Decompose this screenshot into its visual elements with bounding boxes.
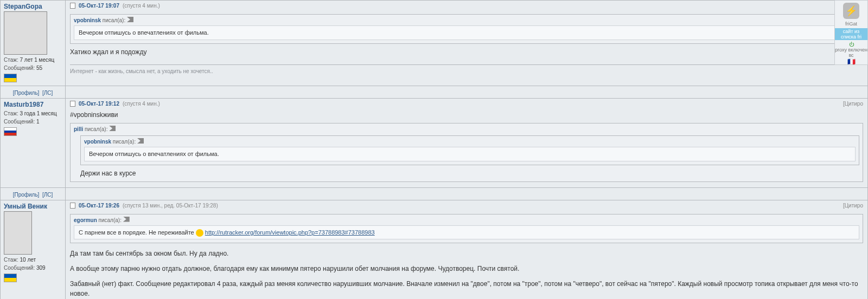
goto-icon[interactable] [109, 126, 116, 131]
avatar[interactable] [4, 11, 47, 55]
username-link[interactable]: StepanGopa [4, 3, 62, 10]
quote-button[interactable]: [Цитиро [843, 101, 863, 107]
quote-block: vpobninsk писал(а): Вечером отпишусь о в… [70, 14, 863, 44]
external-link[interactable]: http://rutracker.org/forum/viewtopic.php… [205, 229, 375, 236]
quote-block: pilli писал(а): vpobninsk писал(а): Вече… [70, 123, 863, 182]
post-icon [70, 203, 75, 209]
frigate-name: friGat [835, 21, 867, 27]
profile-link[interactable]: [Профиль] [13, 90, 40, 96]
frigate-button[interactable]: сайт из списка fri [835, 28, 867, 40]
post-date-link[interactable]: 05-Окт-17 19:12 [79, 101, 119, 107]
username-link[interactable]: Masturb1987 [4, 101, 62, 108]
quote-author[interactable]: vpobninsk [74, 17, 101, 23]
quote-block: egormun писал(а): С парнем все в порядке… [70, 214, 863, 244]
post-body: egormun писал(а): С парнем все в порядке… [70, 211, 863, 300]
profile-link[interactable]: [Профиль] [13, 192, 40, 198]
smile-icon [196, 229, 203, 237]
pm-link[interactable]: [ЛС] [42, 90, 53, 96]
quote-author[interactable]: egormun [74, 217, 97, 223]
power-icon[interactable]: ⏻ [835, 42, 867, 47]
flag-icon: 🇫🇷 [835, 58, 867, 66]
quote-author[interactable]: vpobninsk [84, 139, 111, 145]
signature: Интернет - как жизнь, смысла нет, а уход… [70, 64, 863, 75]
post-elapsed: (спустя 4 мин.) [123, 101, 160, 107]
post-elapsed: (спустя 13 мин., ред. 05-Окт-17 19:28) [123, 203, 218, 209]
flag-icon [4, 274, 17, 282]
frigate-icon: ⚡ [843, 3, 859, 19]
pm-link[interactable]: [ЛС] [42, 192, 53, 198]
goto-icon[interactable] [137, 138, 144, 144]
post-date-link[interactable]: 05-Окт-17 19:07 [79, 3, 119, 9]
goto-icon[interactable] [123, 217, 130, 222]
proxy-status: proxy включен вс [835, 47, 867, 58]
username-link[interactable]: Умный Веник [4, 203, 62, 210]
post-body: #vpobninskживи pilli писал(а): vpobninsk… [70, 109, 863, 185]
post-date-link[interactable]: 05-Окт-17 19:26 [79, 203, 119, 209]
goto-icon[interactable] [127, 17, 133, 22]
post-icon [70, 3, 75, 9]
quote-button[interactable]: [Цитиро [843, 203, 863, 209]
avatar[interactable] [4, 211, 32, 255]
flag-icon [4, 127, 17, 136]
post-elapsed: (спустя 4 мин.) [123, 3, 160, 9]
frigate-widget: ⚡ friGat сайт из списка fri ⏻ proxy вклю… [834, 0, 868, 65]
post-body: vpobninsk писал(а): Вечером отпишусь о в… [70, 11, 863, 76]
quote-author[interactable]: pilli [74, 126, 83, 132]
user-info: Стаж: 3 года 1 месяцСообщений: 1 [4, 109, 62, 126]
post-icon [70, 101, 75, 107]
user-info: Стаж: 7 лет 1 месяцСообщений: 55 [4, 56, 62, 72]
user-info: Стаж: 10 летСообщений: 309 [4, 256, 62, 272]
flag-icon [4, 74, 17, 82]
